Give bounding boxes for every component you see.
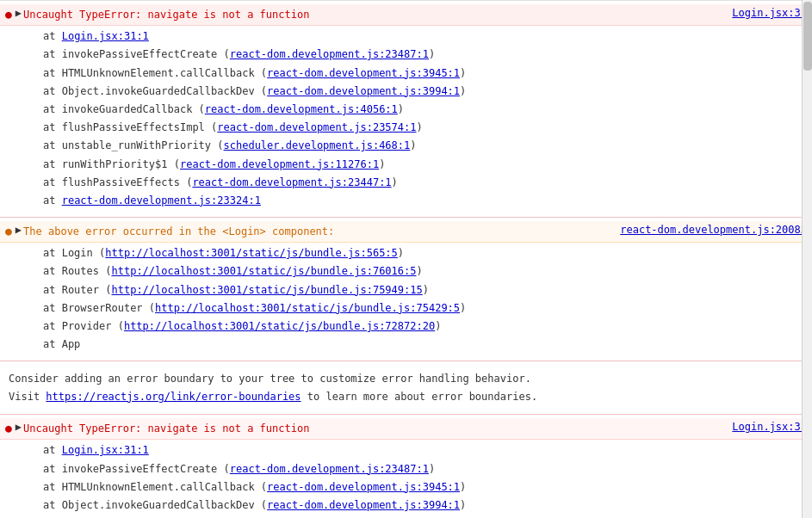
stack-line: at unstable_runWithPriority (scheduler.d…: [0, 137, 812, 155]
stack-line: at BrowserRouter (http://localhost:3001/…: [0, 299, 812, 318]
stack-line: at Object.invokeGuardedCallbackDev (reac…: [0, 496, 812, 515]
error-boundary-link[interactable]: https://reactjs.org/link/error-boundarie…: [46, 391, 301, 403]
error-block-1: ● ▶ Uncaught TypeError: navigate is not …: [0, 1, 812, 218]
warning-icon-2: ●: [5, 224, 12, 239]
stack-line: at Router (http://localhost:3001/static/…: [0, 281, 812, 299]
warning-title-2: The above error occurred in the <Login> …: [23, 224, 613, 239]
error-header-3: ● ▶ Uncaught TypeError: navigate is not …: [0, 418, 812, 440]
stack-line: at invokePassiveEffectCreate (react-dom.…: [0, 46, 812, 64]
stack-trace-2: at Login (http://localhost:3001/static/j…: [0, 243, 812, 357]
stack-line: at HTMLUnknownElement.callCallback (reac…: [0, 65, 812, 83]
stack-line: at runWithPriority$1 (react-dom.developm…: [0, 156, 812, 174]
stack-line: at Routes (http://localhost:3001/static/…: [0, 262, 812, 281]
stack-line: at Object.invokeGuardedCallbackDev (reac…: [0, 83, 812, 101]
stack-line: at Login.jsx:31:1: [0, 28, 812, 46]
error-header-1: ● ▶ Uncaught TypeError: navigate is not …: [0, 4, 812, 26]
stack-line: at Login (http://localhost:3001/static/j…: [0, 244, 812, 262]
scrollbar-thumb[interactable]: [803, 2, 812, 71]
scrollbar-track[interactable]: [802, 0, 812, 518]
error-title-3: Uncaught TypeError: navigate is not a fu…: [23, 421, 725, 436]
error-source-link-1[interactable]: Login.jsx:31: [732, 7, 807, 19]
toggle-arrow-3[interactable]: ▶: [15, 421, 22, 433]
toggle-arrow-2[interactable]: ▶: [15, 224, 22, 236]
stack-line: at Login.jsx:31:1: [0, 441, 812, 459]
stack-line: at Provider (http://localhost:3001/stati…: [0, 318, 812, 336]
stack-trace-3: at Login.jsx:31:1 at invokePassiveEffect…: [0, 440, 812, 518]
error-header-2: ● ▶ The above error occurred in the <Log…: [0, 221, 812, 243]
error-block-2: ● ▶ The above error occurred in the <Log…: [0, 218, 812, 361]
console-panel: ● ▶ Uncaught TypeError: navigate is not …: [0, 0, 812, 518]
error-source-link-3[interactable]: Login.jsx:31: [732, 421, 807, 433]
toggle-arrow-1[interactable]: ▶: [15, 7, 22, 19]
stack-line: at invokeGuardedCallback (react-dom.deve…: [0, 101, 812, 119]
stack-line: at flushPassiveEffectsImpl (react-dom.de…: [0, 119, 812, 137]
stack-line: at HTMLUnknownElement.callCallback (reac…: [0, 478, 812, 496]
stack-trace-1: at Login.jsx:31:1 at invokePassiveEffect…: [0, 26, 812, 213]
error-block-3: ● ▶ Uncaught TypeError: navigate is not …: [0, 415, 812, 518]
stack-line: at invokeGuardedCallback (react-dom.deve…: [0, 515, 812, 518]
stack-line: at react-dom.development.js:23324:1: [0, 192, 812, 210]
stack-line: at App: [0, 336, 812, 354]
error-icon-3: ●: [5, 421, 12, 436]
warning-source-link-2[interactable]: react-dom.development.js:20085: [620, 224, 807, 236]
error-icon-1: ●: [5, 7, 12, 22]
stack-line: at flushPassiveEffects (react-dom.develo…: [0, 174, 812, 192]
error-title-1: Uncaught TypeError: navigate is not a fu…: [23, 7, 725, 22]
stack-line: at invokePassiveEffectCreate (react-dom.…: [0, 460, 812, 478]
error-boundary-notice: Consider adding an error boundary to you…: [0, 361, 812, 415]
